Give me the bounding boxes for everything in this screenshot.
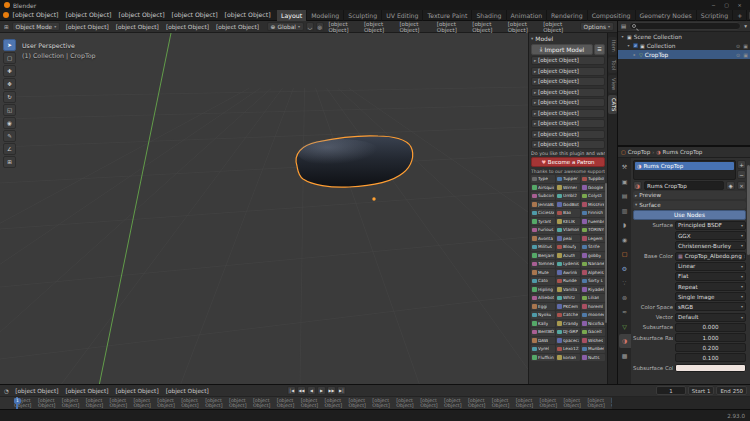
disclosure-icon[interactable]: ▾ <box>620 34 625 39</box>
supporter-chip[interactable]: Alliebot <box>531 294 555 302</box>
supporter-chip[interactable]: Mute <box>531 269 555 277</box>
tool-button[interactable]: ▢ <box>3 52 16 64</box>
vector-dropdown[interactable]: Default▾ <box>675 313 746 322</box>
properties-tab[interactable]: ▣ <box>619 175 631 189</box>
properties-tab[interactable]: ▤ <box>619 189 631 203</box>
window-control-button[interactable]: ▢ <box>720 1 733 10</box>
frame-end-field[interactable]: End 250 <box>716 386 747 395</box>
tool-button[interactable]: ◱ <box>3 104 16 116</box>
workspace-tab[interactable]: Sculpting <box>344 10 382 21</box>
breadcrumb-material[interactable]: Rums CropTop <box>663 149 703 155</box>
supporter-chip[interactable]: Crandy <box>556 320 580 328</box>
image-source-dropdown[interactable]: Single Image▾ <box>675 292 746 301</box>
viewport-menu-item[interactable]: [object Object] <box>62 22 112 32</box>
cats-section-header[interactable]: ▸ [object Object] <box>531 77 605 86</box>
properties-tab[interactable]: ⚒ <box>619 160 631 174</box>
supporter-chip[interactable]: Subcon <box>531 192 555 200</box>
supporter-chip[interactable]: Catche <box>556 311 580 319</box>
properties-tab[interactable]: ◉ <box>619 233 631 247</box>
supporter-chip[interactable]: Tomneap <box>531 260 555 268</box>
supporter-chip[interactable]: Vanilla <box>556 286 580 294</box>
workspace-tab[interactable]: Layout <box>277 10 307 21</box>
color-space-dropdown[interactable]: sRGB▾ <box>675 302 746 311</box>
interpolation-dropdown[interactable]: Linear▾ <box>675 262 746 271</box>
window-control-button[interactable]: × <box>733 1 746 10</box>
timeline-editor-icon[interactable]: ◔ <box>3 388 10 394</box>
workspace-tab[interactable]: Animation <box>507 10 548 21</box>
supporter-chip[interactable]: Fuembra <box>581 218 605 226</box>
sidebar-tab[interactable]: CATS <box>608 95 617 114</box>
disable-in-renders-icon[interactable]: ▣ <box>743 43 748 49</box>
properties-tab[interactable]: ▩ <box>619 349 631 363</box>
surface-shader-dropdown[interactable]: Principled BSDF▾ <box>675 221 746 230</box>
supporter-chip[interactable]: Runde <box>556 277 580 285</box>
supporter-chip[interactable]: Hipling <box>531 286 555 294</box>
supporter-chip[interactable]: Legem <box>581 235 605 243</box>
projection-dropdown[interactable]: Flat▾ <box>675 272 746 281</box>
viewport-menu-item[interactable]: [object Object] <box>212 22 262 32</box>
supporter-chip[interactable]: BentBOT <box>531 328 555 336</box>
browse-material-button[interactable]: ◑ <box>633 181 642 190</box>
base-color-image-chip[interactable]: ▦ CropTop_Albedo.png × <box>675 252 746 261</box>
workspace-tab[interactable]: Modeling <box>307 10 344 21</box>
properties-tab[interactable]: ◑ <box>619 334 631 348</box>
outliner-row[interactable]: ▾ ✓ ▣ Collection ⊙ ▣ <box>618 41 750 50</box>
supporter-chip[interactable]: Wishes <box>581 337 605 345</box>
supporter-chip[interactable]: Lydenis <box>556 260 580 268</box>
outliner-filter-icon[interactable]: ▾ <box>743 23 748 29</box>
supporter-chip[interactable]: Vlamon <box>556 226 580 234</box>
window-control-button[interactable]: ─ <box>707 1 720 10</box>
menubar-item[interactable]: [object Object] <box>62 10 115 20</box>
menubar-item[interactable]: [object Object] <box>9 10 62 20</box>
playback-button[interactable]: ▶▶ <box>327 386 336 395</box>
supporter-chip[interactable]: Bao <box>556 209 580 217</box>
shading-mode-icon[interactable]: [object Object] <box>436 21 471 33</box>
cats-section-header[interactable]: ▸ [object Object] <box>531 67 605 76</box>
supporter-chip[interactable]: Umbl2 <box>556 192 580 200</box>
outliner-editor-icon[interactable]: ▤ <box>620 23 627 29</box>
workspace-tab[interactable]: + <box>733 10 747 21</box>
supporter-chip[interactable]: Wirner <box>556 184 580 192</box>
tool-button[interactable]: ↻ <box>3 91 16 103</box>
material-slot[interactable]: ◑ Rums CropTop <box>635 162 734 170</box>
supporter-chip[interactable]: Vyrel <box>531 345 555 353</box>
subsurface-radius-x[interactable]: 1.000 <box>675 333 746 342</box>
supporter-chip[interactable]: Airsquid <box>531 184 555 192</box>
supporter-chip[interactable]: Bloufy <box>556 243 580 251</box>
editor-type-icon[interactable]: ⊞ <box>3 24 10 30</box>
shading-mode-icon[interactable]: [object Object] <box>471 21 506 33</box>
playback-button[interactable]: ◀◀ <box>297 386 306 395</box>
cats-section-header[interactable]: ▸ [object Object] <box>531 88 605 97</box>
unlink-material-button[interactable]: × <box>737 181 746 190</box>
viewport-menu-item[interactable]: [object Object] <box>162 22 212 32</box>
supporter-chip[interactable]: Nutts <box>581 354 605 362</box>
playhead[interactable]: 1 <box>14 397 26 409</box>
breadcrumb-object[interactable]: CropTop <box>628 149 651 155</box>
cats-panel-header[interactable]: ▾ Model <box>531 35 605 42</box>
properties-tab[interactable]: ⚙ <box>619 262 631 276</box>
workspace-tab[interactable]: Shading <box>472 10 506 21</box>
current-frame-field[interactable]: 1 <box>656 386 686 395</box>
outliner-row[interactable]: ▸ ✓ ▽ CropTop ⊙ ▣ <box>618 50 750 59</box>
supporter-chip[interactable]: Nyoku <box>531 311 555 319</box>
extension-dropdown[interactable]: Repeat▾ <box>675 282 746 291</box>
outliner-row[interactable]: ▾ ✓ ▣ Scene Collection ⊙ ▣ <box>618 32 750 41</box>
supporter-chip[interactable]: Cato <box>531 277 555 285</box>
supporter-chip[interactable]: Whitz <box>556 294 580 302</box>
tool-button[interactable]: ◉ <box>3 117 16 129</box>
supporter-chip[interactable]: Furious <box>531 226 555 234</box>
supporter-chip[interactable]: Gacelt <box>581 328 605 336</box>
unlink-image-icon[interactable]: × <box>744 254 746 259</box>
subsurface-radius-y[interactable]: 0.200 <box>675 343 746 352</box>
distribution-dropdown[interactable]: GGX▾ <box>675 231 746 240</box>
viewport-menu-item[interactable]: [object Object] <box>112 22 162 32</box>
supporter-chip[interactable]: Sorty L <box>581 277 605 285</box>
timeline-ruler[interactable]: [object Object][object Object][object Ob… <box>0 397 750 409</box>
supporter-chip[interactable]: Ciciessea <box>531 209 555 217</box>
supporter-chip[interactable]: DAW <box>531 337 555 345</box>
supporter-chip[interactable]: MissFire <box>581 201 605 209</box>
surface-section-header[interactable]: ▾Surface <box>633 201 746 209</box>
import-options-button[interactable]: ☰ <box>594 44 605 55</box>
timeline-menu-item[interactable]: [object Object] <box>112 386 162 396</box>
supporter-chip[interactable]: Tyrant <box>531 218 555 226</box>
